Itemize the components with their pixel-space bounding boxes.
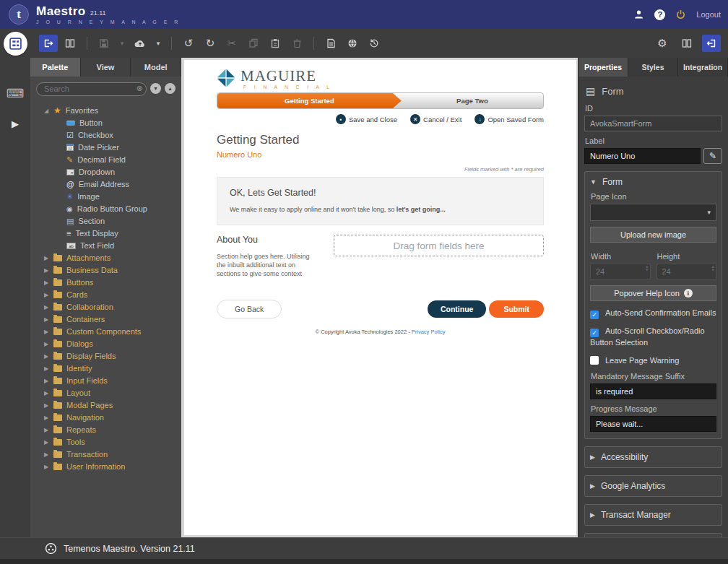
mandatory-suffix-input[interactable]: [590, 383, 716, 399]
form-builder-icon[interactable]: [4, 32, 27, 56]
tree-item-text-display[interactable]: ≡Text Display: [30, 227, 181, 240]
tree-item-text-field[interactable]: abText Field: [30, 240, 181, 252]
tree-folder-navigation[interactable]: ▶Navigation: [30, 412, 181, 424]
copy-icon[interactable]: [244, 35, 263, 52]
drag-fields-dropzone[interactable]: Drag form fields here: [334, 235, 544, 256]
tree-folder-repeats[interactable]: ▶Repeats: [30, 424, 181, 436]
tree-item-section[interactable]: ▤Section: [30, 215, 181, 227]
tree-item-image[interactable]: ✳Image: [30, 191, 181, 203]
transact-manager-section[interactable]: ▶Transact Manager: [584, 504, 722, 526]
power-icon[interactable]: [675, 9, 686, 20]
split-view-icon[interactable]: [61, 35, 79, 52]
save-and-close-button[interactable]: ▪Save and Close: [336, 114, 397, 124]
expand-all-icon[interactable]: ▴: [165, 83, 176, 94]
delete-icon[interactable]: [287, 35, 306, 52]
height-input[interactable]: [656, 264, 717, 279]
tree-folder-user-information[interactable]: ▶User Information: [30, 461, 181, 473]
tab-palette[interactable]: Palette: [30, 58, 81, 77]
tree-item-email-address[interactable]: @Email Address: [30, 178, 181, 191]
label-input[interactable]: [584, 148, 701, 164]
undo-icon[interactable]: ↺: [179, 35, 198, 52]
import-icon[interactable]: [702, 35, 721, 52]
auto-send-confirmation-checkbox[interactable]: ✓Auto-Send Confirmation Emails: [590, 308, 716, 319]
tree-item-checkbox[interactable]: ☑Checkbox: [30, 129, 181, 142]
progress-message-input[interactable]: [590, 416, 716, 432]
settings-gear-icon[interactable]: ⚙: [653, 35, 672, 52]
number-spinner[interactable]: ▴▾: [711, 265, 714, 272]
tab-integration[interactable]: Integration: [678, 58, 728, 77]
tree-folder-dialogs[interactable]: ▶Dialogs: [30, 338, 181, 350]
folder-icon: [53, 427, 62, 433]
save-options-icon[interactable]: ▾: [116, 35, 128, 52]
popover-help-icon-button[interactable]: Popover Help Iconi: [590, 285, 716, 301]
edit-label-icon[interactable]: ✎: [703, 148, 722, 164]
publish-options-icon[interactable]: ▾: [152, 35, 164, 52]
tree-item-button[interactable]: Button: [30, 117, 181, 129]
panel-columns-icon[interactable]: [677, 35, 696, 52]
collapse-all-icon[interactable]: ▾: [150, 83, 161, 94]
form-page: MAGUIRE F I N A N C I A L Getting Starte…: [184, 60, 576, 535]
search-input[interactable]: [36, 82, 147, 96]
submit-button[interactable]: Submit: [489, 300, 544, 318]
collapse-triangle-icon: ▼: [590, 178, 597, 186]
help-icon[interactable]: ?: [654, 9, 665, 20]
tree-item-decimal-field[interactable]: ✎Decimal Field: [30, 154, 181, 166]
id-input[interactable]: [584, 116, 722, 131]
folder-icon: [53, 353, 62, 360]
tree-folder-identity[interactable]: ▶Identity: [30, 363, 181, 375]
tab-styles[interactable]: Styles: [628, 58, 678, 77]
auto-scroll-checkbox[interactable]: ✓Auto-Scroll Checkbox/Radio Button Selec…: [590, 326, 716, 349]
tree-folder-attachments[interactable]: ▶Attachments: [30, 252, 181, 264]
tree-folder-business-data[interactable]: ▶Business Data: [30, 264, 181, 277]
save-icon[interactable]: [95, 35, 113, 52]
tree-folder-custom-components[interactable]: ▶Custom Components: [30, 326, 181, 338]
leave-page-warning-checkbox[interactable]: Leave Page Warning: [590, 355, 716, 367]
user-icon[interactable]: [633, 9, 644, 19]
progress-step-page-two[interactable]: Page Two: [402, 93, 543, 108]
tree-folder-buttons[interactable]: ▶Buttons: [30, 277, 181, 289]
redo-icon[interactable]: ↻: [201, 35, 220, 52]
tree-folder-collaboration[interactable]: ▶Collaboration: [30, 301, 181, 313]
paste-icon[interactable]: [266, 35, 285, 52]
cloud-publish-icon[interactable]: [131, 35, 150, 52]
google-analytics-section[interactable]: ▶Google Analytics: [584, 475, 722, 497]
brand-tagline: F I N A N C I A L: [243, 84, 332, 90]
tree-item-radio-button-group[interactable]: ◉Radio Button Group: [30, 203, 181, 215]
tree-item-dropdown[interactable]: ▾Dropdown: [30, 166, 181, 178]
width-input[interactable]: [590, 264, 651, 279]
privacy-policy-link[interactable]: Privacy Policy: [412, 329, 446, 335]
upload-image-button[interactable]: Upload new image: [590, 227, 716, 243]
tree-folder-layout[interactable]: ▶Layout: [30, 387, 181, 399]
history-icon[interactable]: [365, 35, 384, 52]
open-in-preview-icon[interactable]: [39, 35, 58, 52]
folder-caret-icon: ▶: [43, 353, 49, 360]
tree-folder-display-fields[interactable]: ▶Display Fields: [30, 350, 181, 363]
logout-link[interactable]: Logout: [696, 10, 721, 19]
open-saved-form-button[interactable]: ↓Open Saved Form: [474, 114, 544, 124]
keyboard-icon[interactable]: ⌨: [6, 86, 25, 101]
form-section-header[interactable]: ▼ Form: [590, 177, 716, 187]
tree-folder-input-fields[interactable]: ▶Input Fields: [30, 375, 181, 387]
cancel-exit-button[interactable]: ✕Cancel / Exit: [410, 114, 462, 124]
tree-item-date-picker[interactable]: 12Date Picker: [30, 142, 181, 154]
number-spinner[interactable]: ▴▾: [646, 265, 649, 272]
tab-model[interactable]: Model: [131, 58, 181, 77]
tree-group-favorites[interactable]: ◢ ★ Favorites: [30, 105, 181, 117]
tree-folder-tools[interactable]: ▶Tools: [30, 436, 181, 448]
accessibility-section[interactable]: ▶Accessibility: [584, 446, 722, 468]
tree-folder-transaction[interactable]: ▶Transaction: [30, 448, 181, 461]
cut-icon[interactable]: ✂: [222, 35, 241, 52]
continue-button[interactable]: Continue: [428, 300, 487, 318]
page-icon-select[interactable]: ▾: [590, 204, 716, 221]
go-back-button[interactable]: Go Back: [217, 300, 282, 318]
search-clear-icon[interactable]: ⊗: [136, 84, 143, 93]
tree-folder-containers[interactable]: ▶Containers: [30, 313, 181, 326]
globe-preview-icon[interactable]: [343, 35, 362, 52]
tree-folder-cards[interactable]: ▶Cards: [30, 289, 181, 301]
tree-folder-modal-pages[interactable]: ▶Modal Pages: [30, 399, 181, 412]
tab-properties[interactable]: Properties: [578, 58, 628, 77]
progress-step-getting-started[interactable]: Getting Started: [217, 93, 402, 108]
document-preview-icon[interactable]: [321, 35, 340, 52]
tab-view[interactable]: View: [81, 58, 131, 77]
play-icon[interactable]: ▶: [12, 118, 19, 129]
